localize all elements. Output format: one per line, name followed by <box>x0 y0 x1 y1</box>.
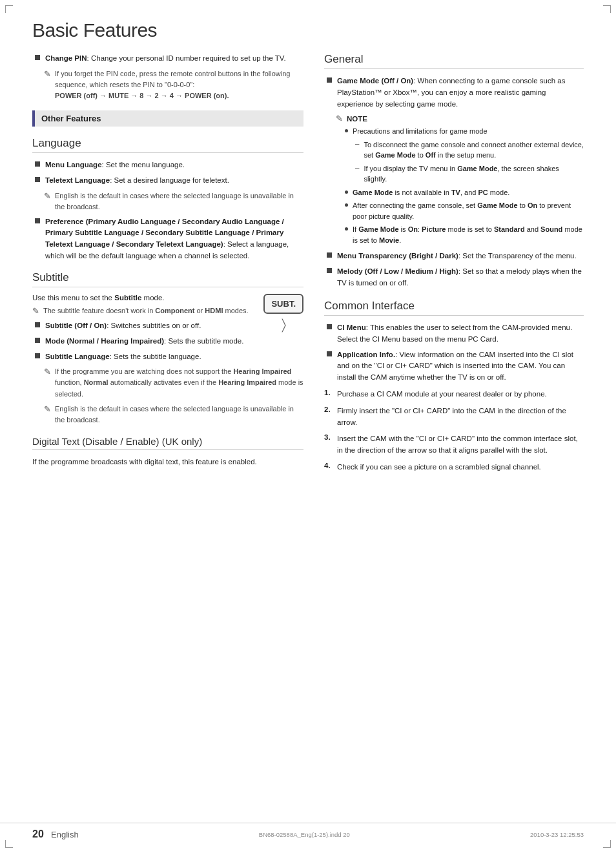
note-bullet4: If Game Mode is On: Picture mode is set … <box>345 224 584 245</box>
numbered-item-4: 4. Check if you can see a picture on a s… <box>324 462 584 473</box>
pencil-icon: ✎ <box>44 367 51 376</box>
other-features-heading: Other Features <box>32 110 303 127</box>
ci-menu-item: CI Menu: This enables the user to select… <box>324 322 584 345</box>
subtitle-lang-note1: ✎ If the programme you are watching does… <box>32 366 303 399</box>
menu-transparency-item: Menu Transparency (Bright / Dark): Set t… <box>324 251 584 262</box>
numbered-item-2: 2. Firmly insert the "CI or CI+ CARD" in… <box>324 406 584 429</box>
pencil-icon: ✎ <box>32 306 39 316</box>
general-section-title: General <box>324 53 584 69</box>
bullet-icon <box>327 252 332 258</box>
note-dash1: – To disconnect the game console and con… <box>355 139 584 161</box>
dot-icon <box>345 129 348 132</box>
change-pin-note-text: If you forget the PIN code, press the re… <box>55 68 303 101</box>
pencil-icon: ✎ <box>44 404 51 414</box>
hand-icon: 〉 <box>263 316 303 333</box>
subtitle-row: Use this menu to set the Subtitle mode. … <box>32 294 303 351</box>
menu-transparency-text: Menu Transparency (Bright / Dark): Set t… <box>337 251 584 262</box>
language-section-title: Language <box>32 137 303 153</box>
page-number: 20 <box>32 828 44 839</box>
subtitle-intro-text: Use this menu to set the Subtitle mode. <box>32 294 256 302</box>
teletext-note: ✎ English is the default in cases where … <box>32 190 303 212</box>
game-mode-text: Game Mode (Off / On): When connecting to… <box>337 76 584 110</box>
subtitle-mode-item: Mode (Normal / Hearing Impaired): Sets t… <box>32 336 256 347</box>
pencil-icon: ✎ <box>336 114 343 123</box>
app-info-text: Application Info.: View information on t… <box>337 349 584 384</box>
menu-language-label: Menu Language <box>45 161 102 169</box>
subt-button: SUBT. <box>263 294 303 314</box>
subtitle-off-on-text: Subtitle (Off / On): Switches subtitles … <box>45 320 256 332</box>
right-column: General Game Mode (Off / On): When conne… <box>324 53 584 478</box>
note-heading: ✎ NOTE <box>324 114 584 123</box>
change-pin-text: Change PIN: Change your personal ID numb… <box>45 53 303 65</box>
two-column-layout: Change PIN: Change your personal ID numb… <box>32 53 584 478</box>
page: Basic Features Change PIN: Change your p… <box>0 0 616 853</box>
note-bullet3: After connecting the game console, set G… <box>345 200 584 221</box>
numbered-item-1: 1. Purchase a CI CAM module at your near… <box>324 389 584 400</box>
teletext-language-label: Teletext Language <box>45 176 110 184</box>
bullet-icon <box>35 322 40 327</box>
melody-text: Melody (Off / Low / Medium / High): Set … <box>337 266 584 289</box>
note-dash-items: – To disconnect the game console and con… <box>345 139 584 185</box>
bullet-icon <box>35 161 40 167</box>
corner-mark-br <box>603 840 611 848</box>
footer-center: BN68-02588A_Eng(1-25).indd 20 <box>259 830 350 838</box>
footer-file: BN68-02588A_Eng(1-25).indd 20 <box>259 831 350 838</box>
app-info-item: Application Info.: View information on t… <box>324 349 584 384</box>
preference-item: Preference (Primary Audio Language / Sec… <box>32 216 303 262</box>
melody-item: Melody (Off / Low / Medium / High): Set … <box>324 266 584 289</box>
corner-mark-tr <box>603 5 611 13</box>
bullet-icon <box>35 338 40 343</box>
footer: 20 English BN68-02588A_Eng(1-25).indd 20… <box>0 823 616 840</box>
bullet-icon <box>327 324 332 329</box>
footer-date: 2010-3-23 12:25:53 <box>530 831 584 838</box>
ci-menu-text: CI Menu: This enables the user to select… <box>337 322 584 345</box>
bullet-icon <box>327 351 332 356</box>
dot-icon <box>345 190 348 194</box>
subtitle-off-on-item: Subtitle (Off / On): Switches subtitles … <box>32 320 256 332</box>
preference-text: Preference (Primary Audio Language / Sec… <box>45 216 303 262</box>
pencil-icon: ✎ <box>44 191 51 201</box>
page-title: Basic Features <box>32 19 584 41</box>
teletext-language-item: Teletext Language: Set a desired languag… <box>32 175 303 187</box>
bullet-icon <box>35 55 40 60</box>
note-bullet2: Game Mode is not available in TV, and PC… <box>345 187 584 198</box>
dot-icon <box>345 203 348 207</box>
subtitle-section-title: Subtitle <box>32 271 303 287</box>
teletext-language-text: Teletext Language: Set a desired languag… <box>45 175 303 187</box>
digital-text-section-title: Digital Text (Disable / Enable) (UK only… <box>32 436 303 450</box>
footer-language: English <box>51 830 79 839</box>
dash-icon: – <box>355 163 359 171</box>
bullet-icon <box>327 77 332 83</box>
bullet-icon <box>35 353 40 358</box>
game-mode-item: Game Mode (Off / On): When connecting to… <box>324 76 584 110</box>
subtitle-lang-note2: ✎ English is the default in cases where … <box>32 404 303 426</box>
corner-mark-tl <box>5 5 13 13</box>
subtitle-language-text: Subtitle Language: Sets the subtitle lan… <box>45 351 303 363</box>
pencil-icon: ✎ <box>44 69 51 79</box>
footer-right: 2010-3-23 12:25:53 <box>530 830 584 838</box>
note-dash2: – If you display the TV menu in Game Mod… <box>355 163 584 185</box>
change-pin-note: ✎ If you forget the PIN code, press the … <box>32 68 303 101</box>
note-bullet1: Precautions and limitations for game mod… <box>345 126 584 137</box>
bullet-icon <box>327 268 332 273</box>
numbered-item-3: 3. Insert the CAM with the "CI or CI+ CA… <box>324 433 584 457</box>
bullet-icon <box>35 177 40 182</box>
change-pin-item: Change PIN: Change your personal ID numb… <box>32 53 303 65</box>
common-interface-section-title: Common Interface <box>324 300 584 316</box>
dot-icon <box>345 227 348 231</box>
subtitle-content: Use this menu to set the Subtitle mode. … <box>32 294 256 351</box>
subtitle-language-item: Subtitle Language: Sets the subtitle lan… <box>32 351 303 363</box>
subt-button-wrap: SUBT. 〉 <box>263 294 303 333</box>
menu-language-item: Menu Language: Set the menu language. <box>32 159 303 171</box>
note-content: Precautions and limitations for game mod… <box>324 126 584 245</box>
dash-icon: – <box>355 139 359 147</box>
subtitle-mode-text: Mode (Normal / Hearing Impaired): Sets t… <box>45 336 256 347</box>
subtitle-note-text: The subtitle feature doesn't work in Com… <box>43 305 256 316</box>
left-column: Change PIN: Change your personal ID numb… <box>32 53 303 478</box>
bullet-icon <box>35 218 40 223</box>
subtitle-feature-note: ✎ The subtitle feature doesn't work in C… <box>32 305 256 316</box>
subtitle-lang-note1-text: If the programme you are watching does n… <box>55 366 303 399</box>
change-pin-body: : Change your personal ID number require… <box>87 54 286 62</box>
corner-mark-bl <box>5 840 13 848</box>
note-heading-label: NOTE <box>347 115 367 123</box>
